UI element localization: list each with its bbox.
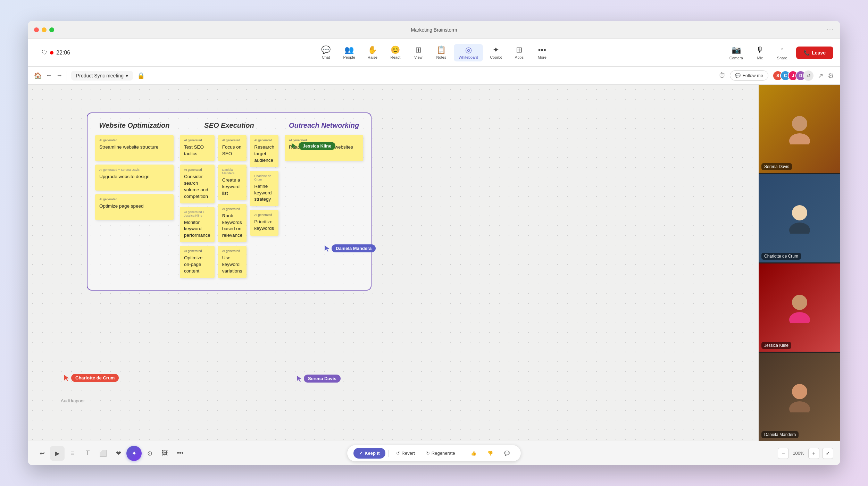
whiteboard-canvas[interactable]: Website Optimization AI generated Stream… <box>28 85 759 441</box>
note-research-target[interactable]: AI generated Research target audience <box>250 135 278 167</box>
toolbar-people[interactable]: 👥 People <box>339 44 360 61</box>
mic-button[interactable]: 🎙 Mic <box>752 43 768 62</box>
check-icon: ✓ <box>359 451 363 456</box>
note-reach-out[interactable]: AI generated Reach out to relevant websi… <box>285 135 363 161</box>
close-button[interactable] <box>34 27 39 32</box>
svg-marker-2 <box>64 375 69 381</box>
forward-icon[interactable]: → <box>56 72 62 79</box>
regenerate-button[interactable]: ↻ Regenerate <box>421 448 460 459</box>
note-consider-search[interactable]: AI generated Consider search volume and … <box>180 165 215 203</box>
svg-point-5 <box>789 133 810 144</box>
note-text: Test SEO tactics <box>184 144 210 157</box>
align-tool-button[interactable]: ≡ <box>65 446 80 461</box>
svg-point-9 <box>789 312 810 323</box>
toolbar-react[interactable]: 😊 React <box>385 44 406 61</box>
minimize-button[interactable] <box>42 27 47 32</box>
toolbar-whiteboard[interactable]: ◎ Whiteboard <box>454 44 483 61</box>
zoom-in-button[interactable]: + <box>808 448 819 459</box>
svg-point-6 <box>792 205 807 220</box>
undo-button[interactable]: ↩ <box>35 446 49 461</box>
share-link-icon[interactable]: ↗ <box>818 72 824 80</box>
cursor-tool-button[interactable]: ▶ <box>50 446 65 461</box>
toolbar-notes[interactable]: 📋 Notes <box>431 44 452 61</box>
note-monitor-keywords[interactable]: AI generated + Jessica Kline Monitor key… <box>180 207 215 243</box>
toolbar-more[interactable]: ••• More <box>532 44 552 61</box>
back-icon[interactable]: ← <box>46 72 52 79</box>
video-tile-daniela[interactable]: Daniela Mandera <box>759 353 840 441</box>
sticky-tool-button[interactable]: ⬜ <box>96 446 110 461</box>
maximize-button[interactable] <box>49 27 54 32</box>
settings-icon[interactable]: ⚙ <box>828 72 834 80</box>
notes-icon: 📋 <box>436 46 446 54</box>
more-tools-button[interactable]: ••• <box>173 446 187 461</box>
zoom-out-button[interactable]: − <box>778 448 789 459</box>
toolbar-raise[interactable]: ✋ Raise <box>362 44 383 61</box>
copilot-fab-button[interactable]: ✦ <box>126 446 142 461</box>
note-tag: AI generated <box>222 249 243 253</box>
note-rank-keywords[interactable]: AI generated Rank keywords based on rele… <box>218 204 247 243</box>
note-use-keyword-var[interactable]: AI generated Use keyword variations <box>218 246 247 278</box>
image-tool-button[interactable]: 🖼 <box>158 446 172 461</box>
note-text: Optimize page speed <box>99 203 169 210</box>
toolbar-copilot[interactable]: ✦ Copilot <box>485 44 507 61</box>
text-tool-button[interactable]: T <box>81 446 95 461</box>
copilot-fab-icon: ✦ <box>132 450 137 457</box>
toolbar-view[interactable]: ⊞ View <box>408 44 429 61</box>
zoom-level: 100% <box>792 451 806 456</box>
camera-button[interactable]: 📷 Camera <box>725 43 747 62</box>
thumbs-up-button[interactable]: 👍 <box>466 448 481 459</box>
svg-point-7 <box>789 223 810 234</box>
lock-icon[interactable]: 🔒 <box>137 72 145 79</box>
video-tile-charlotte[interactable]: Charlotte de Crum <box>759 174 840 262</box>
toolbar-chat[interactable]: 💬 Chat <box>316 44 336 61</box>
note-text: Use keyword variations <box>222 255 243 275</box>
toolbar-apps[interactable]: ⊞ Apps <box>509 44 529 61</box>
note-text: Optimize on-page content <box>184 255 210 275</box>
note-test-seo[interactable]: AI generated Test SEO tactics <box>180 135 215 161</box>
thumbs-down-button[interactable]: 👎 <box>483 448 498 459</box>
avatar-overflow-count[interactable]: +2 <box>803 70 813 81</box>
view-icon: ⊞ <box>415 46 422 54</box>
home-icon[interactable]: 🏠 <box>34 72 42 79</box>
note-text: Streamline website structure <box>99 144 169 151</box>
note-prioritize[interactable]: AI generated Prioritize keywords <box>250 210 278 236</box>
toolbar-right-section: 📷 Camera 🎙 Mic ↑ Share 📞 Leave <box>725 43 833 62</box>
note-upgrade[interactable]: AI generated + Serena Davis Upgrade webs… <box>95 165 174 191</box>
raise-icon: ✋ <box>368 46 377 54</box>
link-tool-button[interactable]: ⊙ <box>142 446 157 461</box>
kanban-board: Website Optimization AI generated Stream… <box>87 112 372 291</box>
follow-me-button[interactable]: 💬 Follow me <box>730 70 768 81</box>
note-refine-keyword[interactable]: Charlotte de Crum Refine keyword strateg… <box>250 171 278 207</box>
share-button[interactable]: ↑ Share <box>773 43 791 62</box>
note-optimize-speed[interactable]: AI generated Optimize page speed <box>95 194 174 220</box>
note-streamline[interactable]: AI generated Streamline website structur… <box>95 135 174 161</box>
video-tile-jessica[interactable]: Jessica Kline <box>759 263 840 352</box>
heart-tool-button[interactable]: ❤ <box>111 446 126 461</box>
addr-right-section: ⏱ 💬 Follow me S C J D +2 ↗ ⚙ <box>719 70 834 81</box>
note-optimize-page[interactable]: AI generated Optimize on-page content <box>180 246 215 278</box>
meeting-name: Product Sync meeting <box>76 73 124 78</box>
react-label: React <box>391 55 401 59</box>
revert-button[interactable]: ↺ Revert <box>391 448 420 459</box>
note-text: Research target audience <box>254 144 274 164</box>
window-title: Marketing Brainstorm <box>411 27 457 33</box>
participant-avatars: S C J D +2 <box>773 70 813 81</box>
note-text: Focus on SEO <box>222 144 243 157</box>
feedback-button[interactable]: 💬 <box>499 448 515 459</box>
video-tile-serena[interactable]: Serena Davis <box>759 85 840 173</box>
leave-button[interactable]: 📞 Leave <box>796 47 833 59</box>
meeting-title-selector[interactable]: Product Sync meeting ▾ <box>71 71 133 81</box>
raise-label: Raise <box>368 55 377 59</box>
recording-time: 22:06 <box>56 50 70 56</box>
column-seo-execution: SEO Execution AI generated Test SEO tact… <box>180 122 278 282</box>
window-more-icon[interactable]: ··· <box>827 26 834 33</box>
share-icon: ↑ <box>780 45 784 55</box>
main-area: Website Optimization AI generated Stream… <box>28 85 840 441</box>
note-text: Monitor keyword performance <box>184 219 210 239</box>
zoom-controls: − 100% + ⤢ <box>778 448 833 459</box>
note-focus-seo[interactable]: AI generated Focus on SEO <box>218 135 247 161</box>
mic-label: Mic <box>757 56 763 60</box>
note-create-keyword[interactable]: Daniela Mandera Create a keyword list <box>218 165 247 200</box>
keep-it-button[interactable]: ✓ Keep it <box>353 448 385 459</box>
fit-screen-button[interactable]: ⤢ <box>822 448 833 459</box>
